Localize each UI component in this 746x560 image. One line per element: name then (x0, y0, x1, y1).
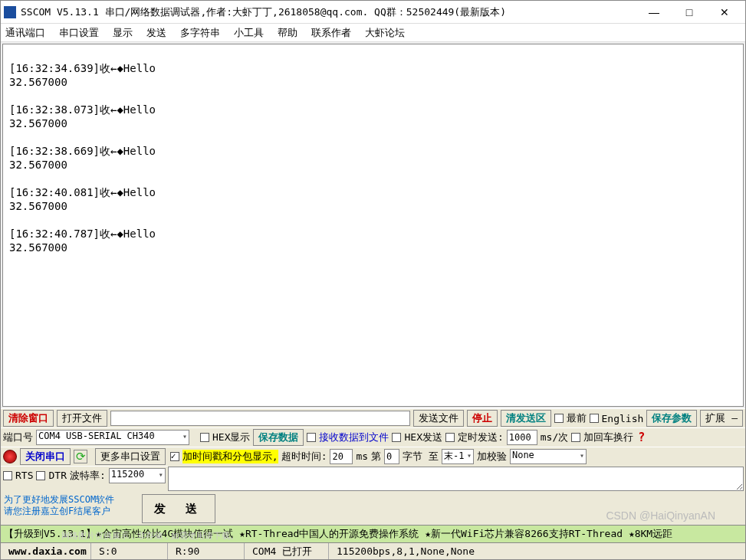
titlebar: SSCOM V5.13.1 串口/网络数据调试器,作者:大虾丁丁,2618058… (1, 1, 745, 24)
info-text: 为了更好地发展SSCOM软件 请您注册嘉立创F结尾客户 (1, 493, 139, 525)
hex-show-label: HEX显示 (212, 431, 250, 444)
rx-to-file-label: 接收数据到文件 (319, 431, 389, 444)
faint-text: 网络图片仅供展示，非存储，如需使用请下载。 (61, 530, 238, 542)
dtr-checkbox[interactable] (36, 471, 45, 480)
timestamp-checkbox[interactable] (170, 452, 179, 461)
add-crlf-label: 加回车换行 (583, 431, 633, 444)
baud-combo[interactable]: 115200 (109, 468, 166, 483)
menu-serial-settings[interactable]: 串口设置 (59, 26, 99, 40)
menu-tools[interactable]: 小工具 (234, 26, 264, 40)
save-params-button[interactable]: 保存参数 (646, 410, 697, 427)
period-unit: ms/次 (541, 431, 568, 444)
send-input[interactable] (168, 467, 744, 491)
english-label: English (602, 413, 644, 424)
close-button[interactable]: ✕ (707, 2, 742, 23)
toolbar-row-3a: 关闭串口 ⟳ 更多串口设置 (1, 447, 168, 466)
timeout-input[interactable] (330, 449, 353, 464)
send-button[interactable]: 发 送 (142, 494, 215, 523)
baud-label: 波特率: (70, 469, 106, 483)
timed-send-checkbox[interactable] (445, 433, 455, 442)
timestamp-label: 加时间戳和分包显示, (182, 450, 278, 463)
hex-send-label: HEX发送 (404, 431, 442, 444)
nth-input[interactable] (384, 449, 399, 464)
record-icon[interactable] (3, 450, 17, 463)
close-port-button[interactable]: 关闭串口 (20, 448, 71, 465)
menu-send[interactable]: 发送 (146, 26, 166, 40)
rx-to-file-checkbox[interactable] (307, 433, 316, 442)
clear-tx-button[interactable]: 清发送区 (501, 410, 551, 427)
toolbar-row-3c: 加时间戳和分包显示, 超时时间: ms 第 字节 至 末-1 加校验 None (168, 447, 745, 465)
timed-send-label: 定时发送: (458, 431, 504, 444)
english-checkbox[interactable] (590, 414, 599, 423)
status-port: COM4 已打开 (245, 543, 329, 559)
receive-log[interactable]: [16:32:34.639]收←◆Hello 32.567000 [16:32:… (2, 44, 744, 407)
help-icon[interactable]: ? (636, 431, 645, 444)
topmost-checkbox[interactable] (554, 414, 564, 423)
minimize-button[interactable]: — (636, 2, 672, 23)
menu-forum[interactable]: 大虾论坛 (365, 26, 405, 40)
file-path-input[interactable] (110, 411, 410, 426)
status-site[interactable]: www.daxia.com (1, 543, 91, 559)
more-settings-button[interactable]: 更多串口设置 (95, 448, 166, 465)
timeout-label: 超时时间: (281, 450, 327, 463)
watermark: CSDN @HaiQinyanAN (606, 509, 715, 522)
end-combo[interactable]: 末-1 (442, 449, 474, 464)
dtr-label: DTR (48, 470, 66, 481)
menu-help[interactable]: 帮助 (278, 26, 297, 40)
toolbar-row-2: 端口号 COM4 USB-SERIAL CH340 HEX显示 保存数据 接收数… (1, 427, 745, 447)
checksum-label: 加校验 (477, 450, 507, 463)
window-title: SSCOM V5.13.1 串口/网络数据调试器,作者:大虾丁丁,2618058… (21, 5, 636, 19)
save-data-button[interactable]: 保存数据 (253, 429, 304, 446)
info-line-2: 请您注册嘉立创F结尾客户 (4, 506, 136, 517)
status-s: S:0 (91, 543, 168, 559)
expand-button[interactable]: 扩展 — (700, 410, 743, 427)
status-bar: www.daxia.com S:0 R:90 COM4 已打开 115200bp… (1, 542, 745, 559)
info-line-1: 为了更好地发展SSCOM软件 (4, 494, 136, 506)
status-params: 115200bps,8,1,None,None (329, 543, 745, 559)
stop-button[interactable]: 停止 (467, 410, 498, 427)
nth-label-1: 第 (371, 450, 381, 463)
period-input[interactable] (507, 430, 537, 445)
topmost-label: 最前 (567, 411, 587, 425)
toolbar-row-3b: RTS DTR 波特率: 115200 (1, 466, 168, 484)
rts-checkbox[interactable] (3, 471, 12, 480)
hex-send-checkbox[interactable] (392, 433, 401, 442)
timeout-unit: ms (356, 450, 368, 462)
send-file-button[interactable]: 发送文件 (413, 410, 464, 427)
status-r: R:90 (168, 543, 245, 559)
checksum-combo[interactable]: None (510, 449, 587, 464)
toolbar-row-1: 清除窗口 打开文件 发送文件 停止 清发送区 最前 English 保存参数 扩… (1, 408, 745, 427)
rts-label: RTS (15, 470, 33, 481)
menu-multistring[interactable]: 多字符串 (180, 26, 220, 40)
port-combo[interactable]: COM4 USB-SERIAL CH340 (36, 430, 189, 445)
hex-show-checkbox[interactable] (200, 433, 209, 442)
open-file-button[interactable]: 打开文件 (57, 410, 107, 427)
menubar: 通讯端口 串口设置 显示 发送 多字符串 小工具 帮助 联系作者 大虾论坛 (1, 24, 745, 42)
add-crlf-checkbox[interactable] (571, 433, 580, 442)
app-icon (4, 6, 16, 18)
menu-comm-port[interactable]: 通讯端口 (5, 26, 45, 40)
port-label: 端口号 (3, 431, 33, 444)
refresh-icon[interactable]: ⟳ (74, 450, 87, 463)
nth-label-2: 字节 至 (403, 450, 439, 463)
menu-contact[interactable]: 联系作者 (311, 26, 351, 40)
clear-window-button[interactable]: 清除窗口 (3, 410, 54, 427)
maximize-button[interactable]: □ (672, 2, 707, 23)
menu-display[interactable]: 显示 (113, 26, 133, 40)
